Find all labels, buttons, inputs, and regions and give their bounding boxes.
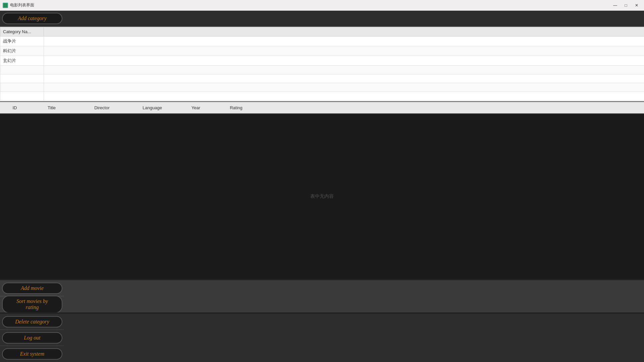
main-wrapper: Add category Category Na... 战争片科幻片玄幻片 ID… <box>0 11 644 362</box>
title-bar-left: 电影列表界面 <box>3 2 34 8</box>
category-table-row: Category Na... 战争片科幻片玄幻片 <box>0 27 644 102</box>
category-name-cell[interactable]: 战争片 <box>0 37 44 46</box>
top-toolbar-row: Add category <box>0 11 644 27</box>
category-extra-cell <box>44 46 644 56</box>
minimize-button[interactable]: — <box>610 2 620 9</box>
log-out-button[interactable]: Log out <box>2 332 62 344</box>
table-row <box>0 66 644 74</box>
bottom-upper-spacer <box>64 280 644 312</box>
movie-col-header-director: Director <box>75 105 129 110</box>
exit-system-row: Exit system <box>0 346 64 362</box>
add-movie-button[interactable]: Add movie <box>2 283 62 294</box>
exit-system-button[interactable]: Exit system <box>2 348 62 360</box>
sort-movies-row: Sort movies by rating <box>0 296 64 312</box>
table-row <box>0 83 644 92</box>
bottom-lower-spacer <box>64 314 644 362</box>
table-row <box>0 74 644 83</box>
movie-table-headers: IDTitleDirectorLanguageYearRating <box>0 102 644 113</box>
category-name-cell[interactable] <box>0 74 44 83</box>
log-out-row: Log out <box>0 330 64 346</box>
category-table: Category Na... 战争片科幻片玄幻片 <box>0 27 644 101</box>
category-name-cell[interactable]: 玄幻片 <box>0 56 44 66</box>
table-row: 战争片 <box>0 37 644 46</box>
title-bar: 电影列表界面 — □ ✕ <box>0 0 644 11</box>
category-name-cell[interactable] <box>0 66 44 74</box>
table-row: 科幻片 <box>0 46 644 56</box>
table-row <box>0 92 644 101</box>
movie-col-header-id: ID <box>1 105 28 110</box>
add-category-button[interactable]: Add category <box>2 13 62 24</box>
window-title: 电影列表界面 <box>10 2 34 8</box>
bottom-lower-row: Delete category Log out Exit system <box>0 314 644 362</box>
category-extra-cell <box>44 74 644 83</box>
add-movie-row: Add movie <box>0 280 64 296</box>
close-button[interactable]: ✕ <box>632 2 641 9</box>
category-extra-cell <box>44 56 644 66</box>
sort-movies-button[interactable]: Sort movies by rating <box>2 296 62 313</box>
movie-table-header-row: IDTitleDirectorLanguageYearRating <box>0 102 644 114</box>
maximize-button[interactable]: □ <box>621 2 631 9</box>
top-toolbar-side: Add category <box>0 11 64 26</box>
app-icon <box>3 3 8 8</box>
delete-category-row: Delete category <box>0 314 64 330</box>
table-row: 玄幻片 <box>0 56 644 66</box>
bottom-upper-row: Add movie Sort movies by rating <box>0 280 644 312</box>
movie-list-row: 表中无内容 <box>0 114 644 279</box>
category-extra-cell <box>44 92 644 101</box>
bottom-upper-side: Add movie Sort movies by rating <box>0 280 64 312</box>
top-toolbar-spacer <box>64 11 644 26</box>
movie-col-header-language: Language <box>129 105 176 110</box>
svg-rect-0 <box>3 3 7 7</box>
movie-col-header-rating: Rating <box>216 105 256 110</box>
empty-hint-text: 表中无内容 <box>310 193 334 199</box>
category-name-cell[interactable] <box>0 83 44 92</box>
movie-col-header-title: Title <box>28 105 75 110</box>
category-extra-cell <box>44 37 644 46</box>
category-extra-header <box>44 27 644 37</box>
category-extra-cell <box>44 83 644 92</box>
window-controls: — □ ✕ <box>610 2 641 9</box>
category-table-wrapper: Category Na... 战争片科幻片玄幻片 <box>0 27 644 101</box>
category-name-header: Category Na... <box>0 27 44 37</box>
movie-list-area: 表中无内容 <box>0 114 644 279</box>
category-name-cell[interactable] <box>0 92 44 101</box>
category-name-cell[interactable]: 科幻片 <box>0 46 44 56</box>
bottom-lower-side: Delete category Log out Exit system <box>0 314 64 362</box>
delete-category-button[interactable]: Delete category <box>2 316 62 327</box>
movie-col-header-year: Year <box>176 105 216 110</box>
category-extra-cell <box>44 66 644 74</box>
